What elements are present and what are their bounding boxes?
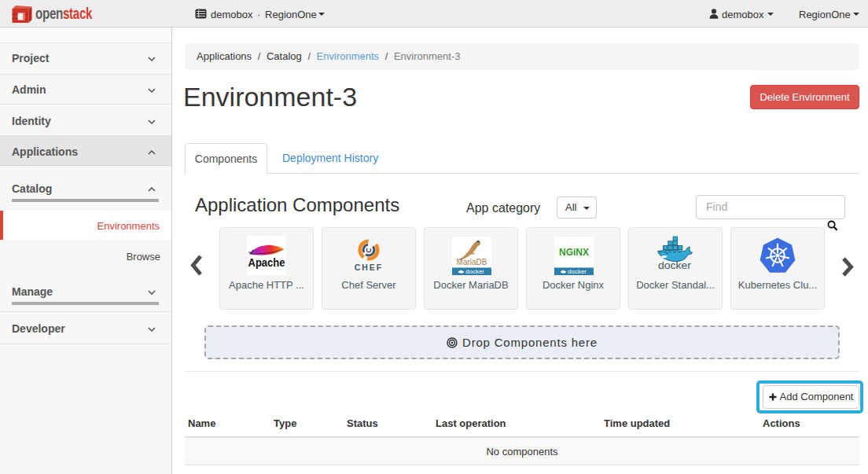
svg-text:docker: docker	[568, 268, 587, 275]
svg-text:NGiNX: NGiNX	[559, 247, 589, 258]
svg-text:docker: docker	[658, 260, 691, 271]
svg-text:docker: docker	[465, 268, 484, 275]
svg-text:MariaDB: MariaDB	[457, 258, 487, 266]
svg-text:Apache: Apache	[248, 257, 285, 270]
svg-text:CHEF: CHEF	[355, 263, 384, 272]
